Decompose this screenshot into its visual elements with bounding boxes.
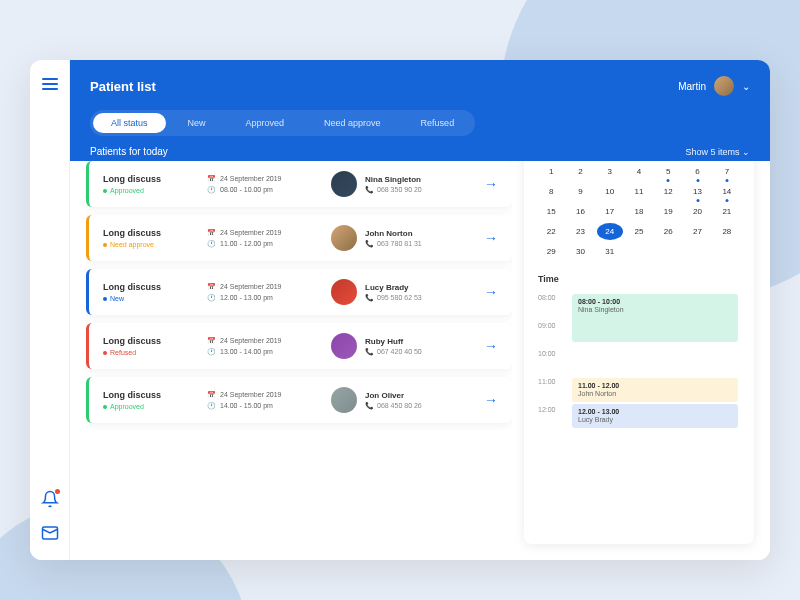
card-date: 📅24 September 2019 [207,391,317,399]
cal-day[interactable]: 26 [655,223,681,240]
section-title: Patients for today [90,146,168,157]
tab-need-approve[interactable]: Need approve [306,113,399,133]
patient-list: Long discuss Approoved 📅24 September 201… [86,161,512,544]
card-title: Long discuss [103,336,193,346]
cal-day[interactable]: 6 [684,163,710,180]
cal-day[interactable]: 16 [567,203,593,220]
person-avatar [331,279,357,305]
cal-day[interactable]: 9 [567,183,593,200]
cal-day[interactable]: 3 [597,163,623,180]
card-time: 🕐08.00 - 10.00 pm [207,186,317,194]
time-mark: 10:00 [538,350,740,378]
timeline-event[interactable]: 08:00 - 10:00Nina Singleton [572,294,738,342]
card-status: Need approve [103,241,193,248]
chevron-down-icon: ⌄ [742,81,750,92]
card-date: 📅24 September 2019 [207,337,317,345]
cal-day[interactable]: 28 [714,223,740,240]
cal-day[interactable]: 20 [684,203,710,220]
cal-day[interactable]: 11 [626,183,652,200]
notification-icon[interactable] [41,490,59,508]
cal-day[interactable]: 13 [684,183,710,200]
card-title: Long discuss [103,390,193,400]
cal-day[interactable]: 7 [714,163,740,180]
card-date: 📅24 September 2019 [207,283,317,291]
patient-card: Long discuss Approoved 📅24 September 201… [86,377,512,423]
tab-all-status[interactable]: All status [93,113,166,133]
card-title: Long discuss [103,228,193,238]
cal-day[interactable]: 12 [655,183,681,200]
person-avatar [331,225,357,251]
cal-day[interactable]: 19 [655,203,681,220]
card-time: 🕐13.00 - 14.00 pm [207,348,317,356]
card-arrow-icon[interactable]: → [484,230,498,246]
person-name: Nina Singleton [365,175,422,184]
person-phone: 📞063 780 81 31 [365,240,422,248]
avatar [714,76,734,96]
tab-refused[interactable]: Refused [403,113,473,133]
cal-day[interactable]: 4 [626,163,652,180]
person-phone: 📞068 350 90 20 [365,186,422,194]
time-label: Time [538,274,740,284]
patient-card: Long discuss Approoved 📅24 September 201… [86,161,512,207]
person-phone: 📞067 420 40 50 [365,348,422,356]
card-arrow-icon[interactable]: → [484,392,498,408]
status-tabs: All statusNewApprovedNeed approveRefused [90,110,475,136]
cal-day[interactable]: 27 [684,223,710,240]
card-date: 📅24 September 2019 [207,229,317,237]
cal-day[interactable]: 15 [538,203,564,220]
person-name: Jon Oliver [365,391,422,400]
card-status: Approoved [103,187,193,194]
cal-day[interactable]: 10 [597,183,623,200]
card-arrow-icon[interactable]: → [484,176,498,192]
menu-icon[interactable] [42,78,58,90]
cal-day[interactable]: 22 [538,223,564,240]
calendar-grid: MTWTFSS123456789101112131415161718192021… [538,161,740,260]
show-items-dropdown[interactable]: Show 5 items ⌄ [685,147,750,157]
cal-day[interactable]: 1 [538,163,564,180]
patient-card: Long discuss New 📅24 September 2019 🕐12.… [86,269,512,315]
cal-day[interactable]: 5 [655,163,681,180]
card-status: New [103,295,193,302]
tab-approved[interactable]: Approved [228,113,303,133]
mail-icon[interactable] [41,524,59,542]
sidebar [30,60,70,560]
cal-day[interactable]: 17 [597,203,623,220]
patient-card: Long discuss Need approve 📅24 September … [86,215,512,261]
main-content: Patient list Martin ⌄ All statusNewAppro… [70,60,770,560]
person-avatar [331,387,357,413]
cal-day[interactable]: 18 [626,203,652,220]
timeline-event[interactable]: 11.00 - 12.00John Norton [572,378,738,402]
cal-day[interactable]: 21 [714,203,740,220]
calendar-panel: ← September 2019 → MTWTFSS12345678910111… [524,161,754,544]
app-window: Patient list Martin ⌄ All statusNewAppro… [30,60,770,560]
patient-card: Long discuss Refused 📅24 September 2019 … [86,323,512,369]
person-phone: 📞095 580 62 53 [365,294,422,302]
cal-day[interactable]: 31 [597,243,623,260]
person-name: Lucy Brady [365,283,422,292]
cal-day[interactable]: 30 [567,243,593,260]
header: Patient list Martin ⌄ All statusNewAppro… [70,60,770,167]
card-arrow-icon[interactable]: → [484,338,498,354]
user-menu[interactable]: Martin ⌄ [678,76,750,96]
tab-new[interactable]: New [170,113,224,133]
cal-day[interactable]: 25 [626,223,652,240]
person-name: John Norton [365,229,422,238]
timeline: 08:0009:0010:0011:0012:0008:00 - 10:00Ni… [538,294,740,434]
card-date: 📅24 September 2019 [207,175,317,183]
cal-day[interactable]: 23 [567,223,593,240]
person-avatar [331,171,357,197]
page-title: Patient list [90,79,156,94]
card-time: 🕐11.00 - 12.00 pm [207,240,317,248]
cal-day[interactable]: 14 [714,183,740,200]
card-title: Long discuss [103,174,193,184]
cal-day[interactable]: 29 [538,243,564,260]
person-phone: 📞068 450 80 26 [365,402,422,410]
cal-day[interactable]: 2 [567,163,593,180]
card-time: 🕐14.00 - 15.00 pm [207,402,317,410]
timeline-event[interactable]: 12.00 - 13.00Lucy Brady [572,404,738,428]
card-arrow-icon[interactable]: → [484,284,498,300]
cal-day[interactable]: 24 [597,223,623,240]
card-title: Long discuss [103,282,193,292]
cal-day[interactable]: 8 [538,183,564,200]
card-status: Refused [103,349,193,356]
